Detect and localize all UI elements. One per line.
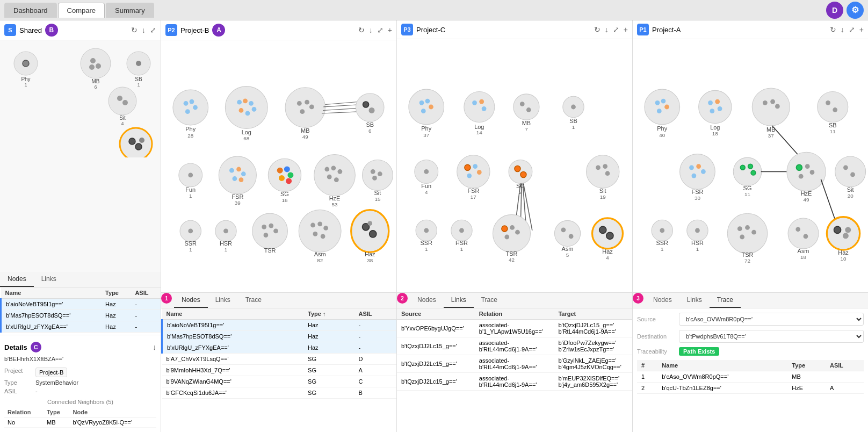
table-row[interactable]: b'aioNoVeBT95I1g==' Haz - [162, 320, 397, 331]
refresh-icon[interactable]: ↻ [358, 26, 365, 34]
cell-relation: associated-b'RtL44mCd6j1-9A==' [475, 373, 554, 391]
download-icon[interactable]: ↓ [142, 26, 146, 34]
add-icon[interactable]: + [624, 25, 628, 34]
shared-cluster-phy: Phy 1 [14, 52, 38, 88]
cell-target: b'iDfooPw7Zekygw=='b'Zrlw1sEcJxpzTg==' [554, 337, 632, 355]
add-icon[interactable]: + [859, 25, 864, 34]
expand-icon[interactable]: ⤢ [150, 26, 156, 34]
expand-icon[interactable]: ⤢ [849, 25, 855, 34]
shared-tab-nodes[interactable]: Nodes [0, 272, 34, 287]
svg-text:1: 1 [696, 246, 699, 252]
add-icon[interactable]: + [388, 26, 392, 34]
user-avatar[interactable]: D [826, 2, 843, 19]
cell-name: b'xURlgU_zFYXgEA==' [1, 321, 102, 333]
col-relation: Relation [4, 407, 44, 417]
svg-point-108 [323, 226, 328, 231]
shared-tab-links[interactable]: Links [34, 272, 64, 287]
project-a-trace-container: Source b'cAso_OVWm8R0pQ==' Destination b… [633, 308, 868, 432]
project-c-icons[interactable]: ↻ ↓ ⤢ + [594, 25, 628, 34]
project-c-tab-links[interactable]: Links [444, 293, 474, 308]
project-b-header: P2 Project-B A ↻ ↓ ⤢ + [161, 20, 396, 40]
download-icon[interactable]: ↓ [369, 26, 373, 34]
table-row[interactable]: b'9MmIohHH3Xd_7Q==' SG A [162, 365, 397, 376]
svg-text:1: 1 [425, 246, 428, 252]
table-row[interactable]: b'YxvOPE6bygUJgQ==' associated-b'1_YLApw… [397, 320, 632, 337]
table-row[interactable]: b'Mas7hpESOT8dSQ==' Haz - [162, 331, 397, 342]
table-row[interactable]: b'Mas7hpESOT8dSQ==' Haz - [1, 310, 161, 321]
tab-dashboard[interactable]: Dashboard [4, 3, 57, 18]
svg-text:18: 18 [712, 131, 718, 136]
download-icon[interactable]: ↓ [841, 25, 844, 34]
details-label: Details [4, 343, 27, 351]
svg-point-233 [796, 164, 802, 170]
svg-point-138 [571, 105, 576, 110]
table-row[interactable]: b'tQzxjDJ2Lc15_g==' associated-b'RtL44mC… [397, 337, 632, 355]
download-icon[interactable]: ↓ [605, 25, 609, 34]
svg-point-134 [526, 107, 531, 112]
project-a-tab-nodes[interactable]: Nodes [646, 293, 679, 308]
tab-compare[interactable]: Compare [58, 3, 105, 18]
svg-point-32 [225, 87, 267, 129]
project-a-tab-links[interactable]: Links [679, 293, 710, 308]
svg-text:1: 1 [460, 246, 463, 252]
cell-name: b'qcU-TbZn1LEZ8g==' [657, 383, 787, 394]
refresh-icon[interactable]: ↻ [830, 25, 836, 34]
table-row[interactable]: b'xURlgU_zFYXgEA==' Haz - [1, 321, 161, 333]
table-row[interactable]: b'tQzxjDJ2Lc15_g==' associated-b'RtL44mC… [397, 355, 632, 373]
shared-panel-icons[interactable]: ↻ ↓ ⤢ [131, 26, 156, 34]
cell-source: b'YxvOPE6bygUJgQ==' [397, 320, 475, 337]
svg-point-34 [243, 99, 248, 104]
svg-point-208 [770, 99, 775, 104]
settings-button[interactable]: ⚙ [847, 2, 864, 19]
svg-point-70 [277, 168, 283, 174]
svg-point-202 [718, 106, 722, 111]
svg-point-267 [843, 233, 849, 239]
trace-dest-select[interactable]: b'tPwdphsBv61T8Q==' [679, 330, 864, 343]
cell-type: SG [303, 354, 354, 365]
detail-type-value: SystemBehavior [35, 379, 78, 386]
svg-text:MB: MB [522, 120, 531, 126]
table-row[interactable]: 2 b'qcU-TbZn1LEZ8g==' HzE A [637, 383, 864, 394]
svg-point-254 [737, 226, 742, 231]
table-row[interactable]: 1 b'cAso_OVWm8R0pQ==' MB [637, 371, 864, 383]
details-type-row: Type SystemBehavior [4, 379, 156, 386]
svg-point-119 [409, 89, 444, 125]
table-row[interactable]: No MB b'QzVRyyoZ8K5l-Q==' [4, 417, 156, 428]
refresh-icon[interactable]: ↻ [594, 25, 601, 34]
project-c-tab-trace[interactable]: Trace [474, 293, 505, 308]
project-b-tab-links[interactable]: Links [208, 293, 238, 308]
table-row[interactable]: b'9VANqZWianG4MQ==' SG C [162, 376, 397, 387]
svg-point-110 [321, 234, 326, 239]
project-b-icons[interactable]: ↻ ↓ ⤢ + [358, 26, 392, 34]
table-row[interactable]: b'xURlgU_zFYXgEA==' Haz - [162, 342, 397, 354]
col-target: Target [554, 308, 632, 320]
project-b-tab-nodes[interactable]: Nodes [174, 293, 208, 308]
col-name: Name [1, 287, 102, 299]
tab-summary[interactable]: Summary [106, 3, 154, 18]
project-b-tab-trace[interactable]: Trace [238, 293, 269, 308]
table-row[interactable]: b'A7_ChVvXT9LsqQ==' SG D [162, 354, 397, 365]
shared-nodes-table: Name Type ASIL b'aioNoVeBT95I1g==' Haz -… [0, 287, 161, 333]
expand-icon[interactable]: ⤢ [613, 25, 619, 34]
details-download[interactable]: ↓ [153, 343, 156, 351]
table-row[interactable]: b'aioNoVeBT95I1g==' Haz - [1, 299, 161, 310]
project-a-icons[interactable]: ↻ ↓ ⤢ + [830, 25, 864, 34]
download-icon[interactable]: ↓ [153, 343, 156, 351]
svg-point-163 [603, 164, 607, 169]
project-a-tab-trace[interactable]: Trace [710, 293, 741, 308]
cell-type: Haz [303, 320, 354, 331]
svg-point-65 [232, 176, 237, 181]
table-row[interactable]: b'GFCKcqSi1du6JA==' SG B [162, 387, 397, 399]
expand-icon[interactable]: ⤢ [377, 26, 384, 34]
cell-type: HzE [787, 383, 826, 394]
refresh-icon[interactable]: ↻ [131, 26, 138, 34]
svg-text:28: 28 [187, 133, 193, 139]
neighbors-table: Relation Type Node No MB b'QzVRyyoZ8K5l-… [4, 407, 156, 428]
svg-text:FSR: FSR [692, 189, 704, 195]
table-row[interactable]: b'tQzxjDJ2Lc15_g==' associated-b'RtL44mC… [397, 373, 632, 391]
svg-text:Phy: Phy [657, 125, 667, 132]
cell-asil: A [355, 365, 397, 376]
svg-point-242 [850, 172, 855, 177]
project-c-tab-nodes[interactable]: Nodes [410, 293, 444, 308]
trace-source-select[interactable]: b'cAso_OVWm8R0pQ==' [679, 313, 864, 326]
